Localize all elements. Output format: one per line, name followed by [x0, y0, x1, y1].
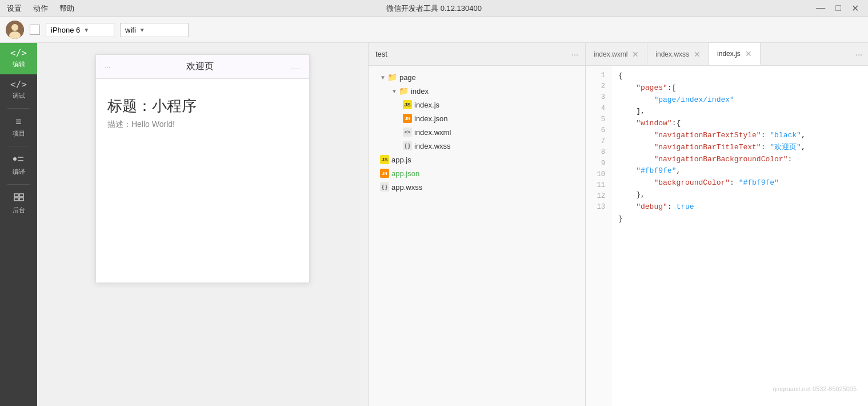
tree-item-index-wxss[interactable]: { } index.wxss [369, 139, 585, 153]
line-numbers: 1 2 3 4 5 6 7 8 9 10 11 12 13 [586, 66, 611, 406]
folder-arrow-page: ▼ [380, 74, 386, 81]
sidebar-item-backstage[interactable]: 后台 [0, 187, 37, 220]
titlebar: 设置 动作 帮助 微信开发者工具 0.12.130400 — □ ✕ [0, 0, 868, 17]
code-line-11: "debug": true [618, 201, 861, 213]
code-lines: { "pages":[ "page/index/index" ], "windo… [611, 66, 868, 406]
folder-arrow-index: ▼ [391, 88, 397, 94]
menu-help[interactable]: 帮助 [59, 3, 74, 14]
sidebar-divider-3 [7, 184, 30, 185]
tab-close-index-wxss[interactable]: ✕ [694, 50, 701, 59]
main-content: </> 编辑 </> 调试 ≡ 项目 编译 [0, 43, 868, 406]
phone-nav-dots: ...... [290, 63, 301, 70]
tab-index-wxml[interactable]: index.wxml ✕ [586, 43, 647, 65]
sidebar: </> 编辑 </> 调试 ≡ 项目 编译 [0, 43, 37, 406]
tree-item-index-wxml[interactable]: <> index.wxml [369, 125, 585, 139]
svg-rect-9 [19, 198, 23, 201]
sidebar-item-project[interactable]: ≡ 项目 [0, 111, 37, 144]
editor-tabs-more[interactable]: ··· [850, 43, 868, 65]
sidebar-label-editor: 编辑 [13, 60, 25, 69]
code-line-9: "backgroundColor": "#fbf9fe" [618, 177, 861, 189]
phone-frame: ··· 欢迎页 ...... 标题：小程序 描述：Hello World! [95, 54, 310, 283]
phone-nav-back: ··· [105, 63, 110, 71]
wxml-icon-index: <> [403, 128, 412, 137]
minimize-button[interactable]: — [814, 3, 827, 14]
tree-item-page[interactable]: ▼ 📁 page [369, 70, 585, 84]
line-num-13: 13 [586, 202, 611, 213]
code-line-2: "pages":[ [618, 82, 861, 94]
phone-nav-bar: ··· 欢迎页 ...... [96, 55, 309, 79]
sidebar-label-backstage: 后台 [13, 206, 25, 214]
device-dropdown-arrow: ▼ [83, 27, 89, 33]
svg-point-1 [11, 24, 18, 31]
wxss-icon-app: { } [380, 182, 389, 192]
tab-close-index-wxml[interactable]: ✕ [632, 50, 639, 59]
tree-label-app-js: app.js [391, 156, 411, 164]
svg-point-3 [13, 157, 17, 161]
device-bar: iPhone 6 ▼ wifi ▼ [0, 17, 868, 43]
tree-label-app-json: app.json [391, 169, 419, 178]
line-num-9: 9 [586, 158, 611, 169]
tab-close-index-js[interactable]: ✕ [745, 49, 752, 58]
tree-item-app-json[interactable]: JN app.json [369, 166, 585, 180]
svg-rect-6 [14, 194, 18, 197]
svg-rect-7 [19, 194, 23, 197]
network-dropdown-arrow: ▼ [139, 27, 145, 33]
file-tree-more-btn[interactable]: ··· [571, 50, 578, 59]
code-line-6: "navigationBarTextStyle": "black", [618, 130, 861, 142]
close-button[interactable]: ✕ [849, 3, 861, 14]
file-tree-panel: test ··· ▼ 📁 page ▼ 📁 index JS index.js [369, 43, 586, 406]
tree-item-app-wxss[interactable]: { } app.wxss [369, 180, 585, 194]
line-num-2: 2 [586, 81, 611, 92]
device-checkbox[interactable] [30, 25, 40, 35]
code-line-10: }, [618, 189, 861, 201]
folder-icon-index: 📁 [399, 86, 409, 95]
wxss-icon-index: { } [403, 141, 412, 150]
menu-bar: 设置 动作 帮助 [7, 3, 74, 14]
line-num-10: 10 [586, 169, 611, 180]
simulator-panel: ··· 欢迎页 ...... 标题：小程序 描述：Hello World! [37, 43, 369, 406]
tree-label-index-wxss: index.wxss [414, 142, 451, 150]
tree-label-page: page [399, 73, 416, 82]
phone-main-title: 标题：小程序 [107, 96, 298, 116]
line-num-7: 7 [586, 136, 611, 147]
phone-description: 描述：Hello World! [107, 120, 298, 130]
editor-content[interactable]: 1 2 3 4 5 6 7 8 9 10 11 12 13 { "pages [586, 66, 868, 406]
sidebar-label-debug: 调试 [13, 91, 25, 100]
sidebar-divider-1 [7, 108, 30, 109]
json-icon-index: JN [403, 114, 412, 123]
device-selector[interactable]: iPhone 6 ▼ [46, 23, 114, 37]
sidebar-label-compile: 编译 [13, 168, 25, 176]
tree-label-index-wxml: index.wxml [414, 128, 451, 137]
tree-item-index-json[interactable]: JN index.json [369, 112, 585, 125]
tab-index-js[interactable]: index.js ✕ [709, 43, 761, 65]
compile-icon [13, 154, 25, 165]
project-icon: ≡ [15, 117, 22, 127]
sidebar-item-debug[interactable]: </> 调试 [0, 74, 37, 106]
app-title: 微信开发者工具 0.12.130400 [386, 3, 482, 14]
svg-rect-8 [14, 198, 18, 201]
editor-icon: </> [10, 49, 27, 58]
menu-settings[interactable]: 设置 [7, 3, 22, 14]
network-selector[interactable]: wifi ▼ [120, 23, 189, 37]
js-icon-app: JS [380, 155, 389, 164]
line-num-3: 3 [586, 92, 611, 103]
code-line-1: { [618, 70, 861, 82]
tree-item-app-js[interactable]: JS app.js [369, 153, 585, 166]
avatar [6, 21, 24, 39]
maximize-button[interactable]: □ [833, 3, 843, 14]
window-controls: — □ ✕ [814, 3, 861, 14]
menu-actions[interactable]: 动作 [33, 3, 48, 14]
code-line-4: ], [618, 106, 861, 118]
line-num-6: 6 [586, 125, 611, 136]
line-num-5: 5 [586, 114, 611, 125]
code-line-7: "navigationBarTitleText": "欢迎页", [618, 142, 861, 154]
sidebar-item-compile[interactable]: 编译 [0, 149, 37, 182]
tab-label-index-js: index.js [717, 50, 741, 58]
sidebar-item-editor[interactable]: </> 编辑 [0, 43, 37, 74]
tab-index-wxss[interactable]: index.wxss ✕ [647, 43, 709, 65]
tree-item-index[interactable]: ▼ 📁 index [369, 84, 585, 98]
line-num-11: 11 [586, 180, 611, 191]
tree-item-index-js[interactable]: JS index.js [369, 98, 585, 112]
code-line-8: "navigationBarBackgroundColor": [618, 154, 861, 166]
sidebar-label-project: 项目 [13, 129, 25, 138]
